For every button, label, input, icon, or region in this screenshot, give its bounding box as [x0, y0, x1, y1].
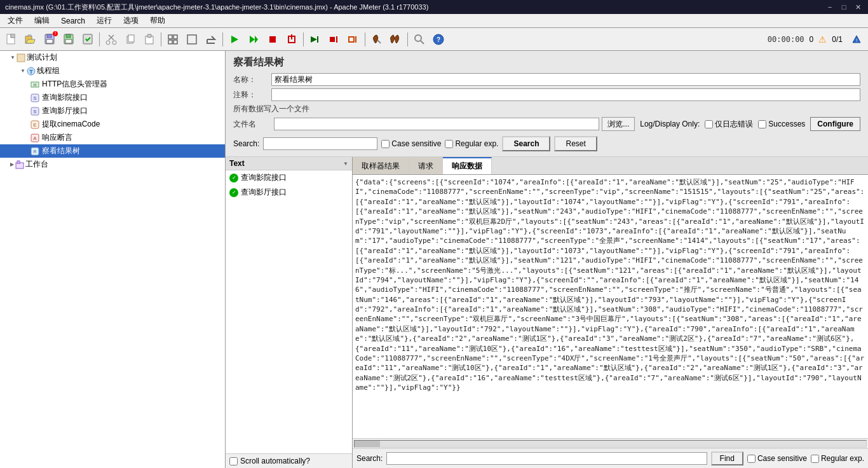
alert-btn[interactable]: ! [848, 31, 865, 48]
title-text: cinemas.jmx (G:\01.工作资料\05.配置工具\jmeter\a… [5, 3, 428, 12]
minimize-btn[interactable]: − [825, 2, 835, 12]
svg-text:R: R [33, 149, 36, 154]
svg-text:S: S [33, 95, 36, 101]
expand-triangle: ▼ [20, 68, 25, 74]
tree-item-testplan[interactable]: ▼ 测试计划 [0, 51, 225, 64]
paste-btn[interactable] [140, 31, 158, 48]
close-btn[interactable]: ✕ [853, 2, 863, 12]
name-row: 名称： [233, 73, 860, 86]
search-input[interactable] [263, 137, 377, 150]
errors-checkbox-label[interactable]: 仅日志错误 [705, 119, 753, 130]
svg-rect-22 [187, 35, 196, 44]
search-toolbar-btn[interactable] [410, 31, 428, 48]
clear-all-btn[interactable] [387, 31, 405, 48]
tab-request[interactable]: 请求 [409, 157, 443, 174]
tree-label-workbench: 工作台 [25, 159, 48, 170]
tree-item-query-hall[interactable]: S 查询影厅接口 [0, 104, 225, 118]
list-item-1[interactable]: ✓ 查询影厅接口 [226, 185, 352, 200]
list-item-0[interactable]: ✓ 查询影院接口 [226, 170, 352, 185]
h-scrollbar[interactable] [353, 438, 868, 448]
bottom-regular-exp-checkbox[interactable] [811, 455, 819, 463]
save-btn[interactable]: ! [41, 31, 58, 48]
new-btn[interactable] [3, 31, 20, 48]
help-btn[interactable]: ? [430, 31, 447, 48]
successes-checkbox[interactable] [758, 120, 766, 128]
menu-run[interactable]: 运行 [92, 14, 117, 27]
tree-item-assert[interactable]: A 响应断言 [0, 131, 225, 144]
name-input[interactable] [271, 73, 860, 86]
menu-edit[interactable]: 编辑 [29, 14, 55, 27]
filename-row: 文件名 浏览... Log/Display Only: 仅日志错误 Succes… [233, 117, 860, 131]
tree-item-query-cinema[interactable]: S 查询影院接口 [0, 91, 225, 104]
svg-text:A: A [33, 135, 37, 141]
regular-exp-label[interactable]: Regular exp. [445, 139, 498, 148]
svg-marker-23 [231, 36, 238, 43]
menu-options[interactable]: 选项 [118, 14, 144, 27]
file-section-label: 所有数据写入一个文件 [233, 104, 309, 114]
filename-input[interactable] [274, 118, 599, 130]
browse-btn[interactable]: 浏览... [602, 117, 635, 131]
menu-file[interactable]: 文件 [3, 14, 28, 27]
bottom-case-sensitive-checkbox[interactable] [747, 455, 756, 463]
errors-checkbox[interactable] [705, 120, 713, 128]
expand-btn[interactable] [164, 31, 182, 48]
scroll-auto-checkbox[interactable] [229, 457, 238, 465]
timer-display: 00:00:00 [768, 35, 804, 44]
remote-shutdown-btn[interactable] [344, 31, 362, 48]
clear-btn[interactable] [368, 31, 386, 48]
bottom-regular-exp-label[interactable]: Regular exp. [811, 454, 864, 463]
configure-btn[interactable]: Configure [810, 117, 860, 131]
scroll-label: Scroll automatically? [240, 457, 310, 465]
case-sensitive-checkbox[interactable] [381, 140, 390, 148]
data-content[interactable]: {"data":{"screens":[{"screenId":"1074","… [353, 175, 868, 438]
tree-label-query-cinema: 查询影院接口 [42, 92, 88, 103]
start-no-pause-btn[interactable] [245, 31, 262, 48]
find-btn[interactable]: Find [711, 451, 743, 465]
search-label: Search: [233, 139, 259, 148]
stop-btn[interactable] [264, 31, 281, 48]
save-test-btn[interactable] [79, 31, 97, 48]
reset-btn[interactable]: Reset [554, 136, 597, 151]
save-as-btn[interactable] [60, 31, 78, 48]
goto-btn[interactable] [202, 31, 220, 48]
regular-exp-text: Regular exp. [455, 139, 498, 148]
open-btn[interactable] [22, 31, 39, 48]
cut-btn[interactable] [102, 31, 120, 48]
tree-item-workbench[interactable]: ▶ 工作台 [0, 158, 225, 171]
svg-rect-4 [47, 34, 51, 38]
comment-input[interactable] [271, 88, 860, 101]
regular-exp-checkbox[interactable] [445, 140, 453, 148]
menu-search[interactable]: Search [56, 15, 90, 27]
bottom-case-sensitive-label[interactable]: Case sensitive [747, 454, 807, 463]
tree-item-result[interactable]: R 察看结果树 [0, 144, 225, 158]
search-btn[interactable]: Search [502, 136, 550, 151]
copy-btn[interactable] [121, 31, 139, 48]
comment-label: 注释： [233, 90, 271, 100]
tree-item-httpheader[interactable]: H HTTP信息头管理器 [0, 78, 225, 91]
tab-sampler-result[interactable]: 取样器结果 [353, 157, 409, 174]
start-btn[interactable] [226, 31, 243, 48]
svg-text:E: E [33, 122, 36, 128]
remote-stop-btn[interactable] [325, 31, 343, 48]
tree-item-threadgroup[interactable]: ▼ T 线程组 [0, 64, 225, 78]
successes-checkbox-label[interactable]: Successes [758, 120, 805, 128]
tree-item-extract[interactable]: E 提取cinemaCode [0, 118, 225, 131]
svg-point-36 [415, 35, 421, 41]
bottom-search-input[interactable] [386, 452, 707, 465]
shutdown-btn[interactable] [283, 31, 301, 48]
search-row: Search: Case sensitive Regular exp. Sear… [233, 134, 860, 154]
bottom-regular-exp-text: Regular exp. [821, 454, 864, 463]
remote-start-btn[interactable] [306, 31, 324, 48]
case-sensitive-text: Case sensitive [391, 139, 441, 148]
svg-rect-32 [330, 37, 335, 42]
tree-label-httpheader: HTTP信息头管理器 [42, 79, 107, 90]
maximize-btn[interactable]: □ [839, 2, 849, 12]
list-items: ✓ 查询影院接口 ✓ 查询影厅接口 [226, 170, 352, 453]
menu-help[interactable]: 帮助 [145, 14, 170, 27]
toolbar: ! [0, 28, 868, 51]
title-bar-buttons: − □ ✕ [825, 2, 863, 12]
tab-response-data[interactable]: 响应数据 [443, 157, 492, 174]
case-sensitive-label[interactable]: Case sensitive [381, 139, 441, 148]
collapse-btn[interactable] [183, 31, 201, 48]
title-bar: cinemas.jmx (G:\01.工作资料\05.配置工具\jmeter\a… [0, 0, 868, 14]
